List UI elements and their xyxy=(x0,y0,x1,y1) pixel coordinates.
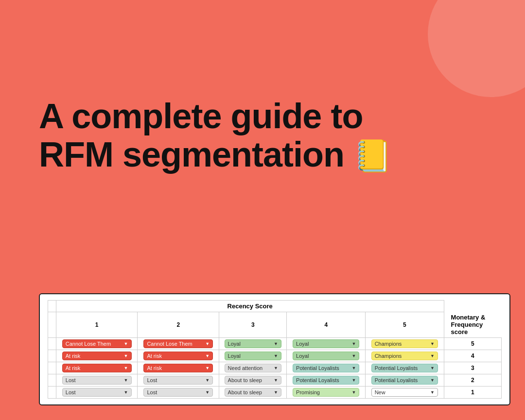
dropdown-arrow-icon: ▼ xyxy=(430,353,435,358)
segment-dropdown[interactable]: Potential Loyalists▼ xyxy=(293,364,359,372)
segment-dropdown[interactable]: Lost▼ xyxy=(62,388,132,397)
table-cell[interactable]: Lost▼ xyxy=(138,386,219,399)
segment-dropdown[interactable]: Champions▼ xyxy=(371,352,438,360)
segment-dropdown[interactable]: At risk▼ xyxy=(62,352,132,360)
table-cell[interactable]: Potential Loyalists▼ xyxy=(287,374,366,386)
table-cell[interactable]: At risk▼ xyxy=(56,362,138,374)
segment-label: Lost xyxy=(147,377,157,383)
table-cell[interactable]: At risk▼ xyxy=(138,362,219,374)
table-cell[interactable]: About to sleep▼ xyxy=(219,386,287,399)
segment-label: At risk xyxy=(147,353,162,359)
table-cell[interactable]: Loyal▼ xyxy=(219,338,287,350)
segment-dropdown[interactable]: Potential Loyalists▼ xyxy=(371,376,438,385)
segment-label: About to sleep xyxy=(228,389,262,395)
segment-label: At risk xyxy=(66,353,81,359)
table-cell[interactable]: At risk▼ xyxy=(138,350,219,362)
mf-label: Monetary & Frequency score xyxy=(444,312,501,338)
table-cell[interactable]: About to sleep▼ xyxy=(219,374,287,386)
col-5: 5 xyxy=(366,312,444,338)
table-cell[interactable]: Lost▼ xyxy=(138,374,219,386)
segment-dropdown[interactable]: Loyal▼ xyxy=(293,339,359,348)
segment-dropdown[interactable]: Lost▼ xyxy=(62,376,132,385)
rfm-body: Cannot Lose Them▼Cannot Lose Them▼Loyal▼… xyxy=(48,338,502,399)
row-score-right: 1 xyxy=(444,386,501,399)
table-cell[interactable]: Cannot Lose Them▼ xyxy=(56,338,138,350)
segment-dropdown[interactable]: At risk▼ xyxy=(143,352,213,360)
dropdown-arrow-icon: ▼ xyxy=(351,353,356,358)
table-cell[interactable]: Champions▼ xyxy=(366,338,444,350)
mf-line2: Frequency xyxy=(451,321,483,328)
segment-dropdown[interactable]: Loyal▼ xyxy=(225,352,281,360)
segment-dropdown[interactable]: New▼ xyxy=(371,388,438,397)
col-empty xyxy=(48,312,56,338)
segment-label: Promising xyxy=(296,389,320,395)
table-cell[interactable]: Potential Loyalists▼ xyxy=(366,374,444,386)
dropdown-arrow-icon: ▼ xyxy=(205,390,210,395)
table-cell[interactable]: Lost▼ xyxy=(56,374,138,386)
table-row: Cannot Lose Them▼Cannot Lose Them▼Loyal▼… xyxy=(48,338,502,350)
segment-label: At risk xyxy=(147,365,162,371)
segment-dropdown[interactable]: At risk▼ xyxy=(62,364,132,372)
segment-label: About to sleep xyxy=(228,377,262,383)
dropdown-arrow-icon: ▼ xyxy=(124,353,128,358)
segment-dropdown[interactable]: Loyal▼ xyxy=(293,352,359,360)
hero-section: A complete guide to RFM segmentation 📒 xyxy=(39,97,486,174)
segment-label: Loyal xyxy=(228,341,241,347)
dropdown-arrow-icon: ▼ xyxy=(124,378,128,383)
col-number-row: 1 2 3 4 5 Monetary & Frequency score xyxy=(48,312,502,338)
row-score-left xyxy=(48,338,56,350)
table-cell[interactable]: Need attention▼ xyxy=(219,362,287,374)
segment-label: New xyxy=(375,389,385,395)
row-score-left xyxy=(48,350,56,362)
table-cell[interactable]: New▼ xyxy=(366,386,444,399)
table-cell[interactable]: Potential Loyalists▼ xyxy=(366,362,444,374)
segment-dropdown[interactable]: Lost▼ xyxy=(143,376,213,385)
segment-dropdown[interactable]: At risk▼ xyxy=(143,364,213,372)
table-cell[interactable]: Loyal▼ xyxy=(219,350,287,362)
col-4: 4 xyxy=(287,312,366,338)
dropdown-arrow-icon: ▼ xyxy=(351,390,356,395)
header-row: Recency Score xyxy=(48,300,502,312)
segment-label: Loyal xyxy=(296,353,309,359)
dropdown-arrow-icon: ▼ xyxy=(124,366,128,370)
table-row: Lost▼Lost▼About to sleep▼Promising▼New▼1 xyxy=(48,386,502,399)
table-cell[interactable]: Lost▼ xyxy=(56,386,138,399)
segment-label: Cannot Lose Them xyxy=(147,341,192,347)
segment-label: Lost xyxy=(66,389,76,395)
mf-line3: score xyxy=(451,328,468,336)
col-1: 1 xyxy=(56,312,138,338)
empty-mf-header xyxy=(444,300,501,312)
segment-label: Champions xyxy=(375,353,402,359)
segment-label: Lost xyxy=(147,389,157,395)
table-cell[interactable]: Loyal▼ xyxy=(287,338,366,350)
segment-label: Need attention xyxy=(228,365,263,371)
table-cell[interactable]: Loyal▼ xyxy=(287,350,366,362)
segment-dropdown[interactable]: Lost▼ xyxy=(143,388,213,397)
segment-dropdown[interactable]: Loyal▼ xyxy=(225,339,281,348)
dropdown-arrow-icon: ▼ xyxy=(205,378,210,383)
segment-dropdown[interactable]: Champions▼ xyxy=(371,339,438,348)
segment-dropdown[interactable]: Need attention▼ xyxy=(225,364,281,372)
dropdown-arrow-icon: ▼ xyxy=(205,353,210,358)
empty-corner xyxy=(48,300,56,312)
segment-dropdown[interactable]: Cannot Lose Them▼ xyxy=(62,339,132,348)
col-2: 2 xyxy=(138,312,219,338)
segment-dropdown[interactable]: Potential Loyalists▼ xyxy=(293,376,359,385)
segment-label: Champions xyxy=(375,341,402,347)
table-cell[interactable]: Champions▼ xyxy=(366,350,444,362)
row-score-left xyxy=(48,386,56,399)
table-cell[interactable]: Cannot Lose Them▼ xyxy=(138,338,219,350)
segment-dropdown[interactable]: Potential Loyalists▼ xyxy=(371,364,438,372)
segment-label: Potential Loyalists xyxy=(375,377,418,383)
segment-dropdown[interactable]: About to sleep▼ xyxy=(225,388,281,397)
segment-label: Loyal xyxy=(296,341,309,347)
segment-dropdown[interactable]: Cannot Lose Them▼ xyxy=(143,339,213,348)
table-cell[interactable]: Promising▼ xyxy=(287,386,366,399)
dropdown-arrow-icon: ▼ xyxy=(430,341,435,346)
table-cell[interactable]: Potential Loyalists▼ xyxy=(287,362,366,374)
segment-label: Potential Loyalists xyxy=(296,377,339,383)
segment-dropdown[interactable]: Promising▼ xyxy=(293,388,359,397)
table-cell[interactable]: At risk▼ xyxy=(56,350,138,362)
page-title: A complete guide to RFM segmentation 📒 xyxy=(39,97,486,174)
segment-dropdown[interactable]: About to sleep▼ xyxy=(225,376,281,385)
